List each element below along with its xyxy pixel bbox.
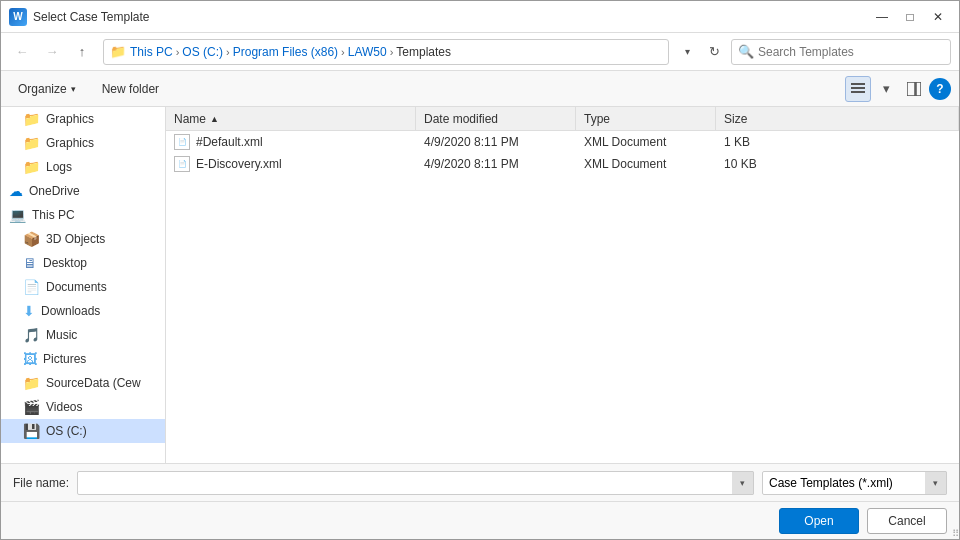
svg-rect-0 bbox=[851, 83, 865, 85]
folder-icon: 📁 bbox=[23, 159, 40, 175]
filetype-select[interactable]: Case Templates (*.xml) bbox=[762, 471, 947, 495]
file-cell-date-1: 4/9/2020 8:11 PM bbox=[416, 157, 576, 171]
action-toolbar: Organize ▾ New folder ▾ ? bbox=[1, 71, 959, 107]
filename-dropdown-button[interactable]: ▾ bbox=[732, 471, 754, 495]
filetype-select-wrapper: Case Templates (*.xml) ▾ bbox=[762, 471, 947, 495]
table-row[interactable]: 📄 E-Discovery.xml 4/9/2020 8:11 PM XML D… bbox=[166, 153, 959, 175]
file-name-0: #Default.xml bbox=[196, 135, 263, 149]
sidebar-item-videos[interactable]: 🎬 Videos bbox=[1, 395, 165, 419]
documents-icon: 📄 bbox=[23, 279, 40, 295]
sidebar-item-pictures[interactable]: 🖼 Pictures bbox=[1, 347, 165, 371]
sidebar-label-graphics1: Graphics bbox=[46, 112, 94, 126]
organize-button[interactable]: Organize ▾ bbox=[9, 76, 85, 102]
sidebar-label-osc: OS (C:) bbox=[46, 424, 87, 438]
col-header-name[interactable]: Name ▲ bbox=[166, 107, 416, 130]
table-row[interactable]: 📄 #Default.xml 4/9/2020 8:11 PM XML Docu… bbox=[166, 131, 959, 153]
folder-icon: 📁 bbox=[23, 111, 40, 127]
file-list-header: Name ▲ Date modified Type Size bbox=[166, 107, 959, 131]
navigation-toolbar: ← → ↑ 📁 This PC › OS (C:) › Program File… bbox=[1, 33, 959, 71]
new-folder-button[interactable]: New folder bbox=[93, 76, 168, 102]
file-cell-type-1: XML Document bbox=[576, 157, 716, 171]
pc-icon: 💻 bbox=[9, 207, 26, 223]
xml-file-icon: 📄 bbox=[174, 134, 190, 150]
sidebar-label-thispc: This PC bbox=[32, 208, 75, 222]
cancel-label: Cancel bbox=[888, 514, 925, 528]
sidebar-item-graphics2[interactable]: 📁 Graphics bbox=[1, 131, 165, 155]
up-button[interactable]: ↑ bbox=[69, 39, 95, 65]
preview-pane-icon bbox=[907, 82, 921, 96]
file-cell-date-0: 4/9/2020 8:11 PM bbox=[416, 135, 576, 149]
cancel-button[interactable]: Cancel bbox=[867, 508, 947, 534]
sidebar-item-sourcedata[interactable]: 📁 SourceData (Cew bbox=[1, 371, 165, 395]
file-date-0: 4/9/2020 8:11 PM bbox=[424, 135, 519, 149]
file-cell-name-0: 📄 #Default.xml bbox=[166, 134, 416, 150]
sidebar-label-logs: Logs bbox=[46, 160, 72, 174]
close-button[interactable]: ✕ bbox=[925, 5, 951, 29]
content-area: 📁 Graphics 📁 Graphics 📁 Logs ☁ OneDrive … bbox=[1, 107, 959, 463]
breadcrumb-templates: Templates bbox=[396, 45, 451, 59]
resize-handle[interactable]: ⠿ bbox=[947, 527, 959, 539]
xml-file-icon: 📄 bbox=[174, 156, 190, 172]
organize-chevron-icon: ▾ bbox=[71, 84, 76, 94]
new-folder-label: New folder bbox=[102, 82, 159, 96]
sidebar-item-onedrive[interactable]: ☁ OneDrive bbox=[1, 179, 165, 203]
filename-bar: File name: ▾ Case Templates (*.xml) ▾ bbox=[1, 463, 959, 501]
action-buttons-bar: Open Cancel ⠿ bbox=[1, 501, 959, 539]
file-cell-name-1: 📄 E-Discovery.xml bbox=[166, 156, 416, 172]
breadcrumb-thispc[interactable]: This PC bbox=[130, 45, 173, 59]
address-folder-icon: 📁 bbox=[110, 44, 126, 59]
help-button[interactable]: ? bbox=[929, 78, 951, 100]
svg-rect-2 bbox=[851, 91, 865, 93]
sidebar-item-downloads[interactable]: ⬇ Downloads bbox=[1, 299, 165, 323]
view-options: ▾ ? bbox=[845, 76, 951, 102]
col-date-label: Date modified bbox=[424, 112, 498, 126]
drive-icon: 💾 bbox=[23, 423, 40, 439]
sidebar-label-3dobjects: 3D Objects bbox=[46, 232, 105, 246]
search-icon: 🔍 bbox=[738, 44, 754, 59]
sidebar-item-desktop[interactable]: 🖥 Desktop bbox=[1, 251, 165, 275]
maximize-button[interactable]: □ bbox=[897, 5, 923, 29]
app-icon: W bbox=[9, 8, 27, 26]
sidebar-item-music[interactable]: 🎵 Music bbox=[1, 323, 165, 347]
col-header-type[interactable]: Type bbox=[576, 107, 716, 130]
sidebar-item-documents[interactable]: 📄 Documents bbox=[1, 275, 165, 299]
select-case-template-dialog: W Select Case Template — □ ✕ ← → ↑ 📁 Thi… bbox=[0, 0, 960, 540]
details-view-button[interactable] bbox=[845, 76, 871, 102]
filename-input-wrapper: ▾ bbox=[77, 471, 754, 495]
sidebar: 📁 Graphics 📁 Graphics 📁 Logs ☁ OneDrive … bbox=[1, 107, 166, 463]
back-button[interactable]: ← bbox=[9, 39, 35, 65]
col-header-size[interactable]: Size bbox=[716, 107, 959, 130]
breadcrumb-programfiles[interactable]: Program Files (x86) bbox=[233, 45, 338, 59]
file-list: Name ▲ Date modified Type Size 📄 bbox=[166, 107, 959, 463]
file-cell-type-0: XML Document bbox=[576, 135, 716, 149]
sidebar-item-3dobjects[interactable]: 📦 3D Objects bbox=[1, 227, 165, 251]
refresh-button[interactable]: ↻ bbox=[701, 39, 727, 65]
sidebar-label-videos: Videos bbox=[46, 400, 82, 414]
address-bar[interactable]: 📁 This PC › OS (C:) › Program Files (x86… bbox=[103, 39, 669, 65]
open-button[interactable]: Open bbox=[779, 508, 859, 534]
col-name-label: Name bbox=[174, 112, 206, 126]
col-header-date[interactable]: Date modified bbox=[416, 107, 576, 130]
view-dropdown-button[interactable]: ▾ bbox=[873, 76, 899, 102]
address-dropdown-button[interactable]: ▾ bbox=[677, 39, 697, 65]
sidebar-item-graphics1[interactable]: 📁 Graphics bbox=[1, 107, 165, 131]
sidebar-item-osc[interactable]: 💾 OS (C:) bbox=[1, 419, 165, 443]
filename-input[interactable] bbox=[77, 471, 754, 495]
file-type-1: XML Document bbox=[584, 157, 666, 171]
forward-button[interactable]: → bbox=[39, 39, 65, 65]
preview-pane-button[interactable] bbox=[901, 76, 927, 102]
col-type-label: Type bbox=[584, 112, 610, 126]
file-cell-size-0: 1 KB bbox=[716, 135, 959, 149]
sidebar-item-thispc[interactable]: 💻 This PC bbox=[1, 203, 165, 227]
sidebar-label-documents: Documents bbox=[46, 280, 107, 294]
downloads-icon: ⬇ bbox=[23, 303, 35, 319]
sidebar-item-logs[interactable]: 📁 Logs bbox=[1, 155, 165, 179]
breadcrumb-law50[interactable]: LAW50 bbox=[348, 45, 387, 59]
search-input[interactable] bbox=[758, 45, 944, 59]
sort-arrow-icon: ▲ bbox=[210, 114, 219, 124]
file-date-1: 4/9/2020 8:11 PM bbox=[424, 157, 519, 171]
dialog-title: Select Case Template bbox=[33, 10, 869, 24]
file-size-0: 1 KB bbox=[724, 135, 750, 149]
minimize-button[interactable]: — bbox=[869, 5, 895, 29]
breadcrumb-osc[interactable]: OS (C:) bbox=[182, 45, 223, 59]
